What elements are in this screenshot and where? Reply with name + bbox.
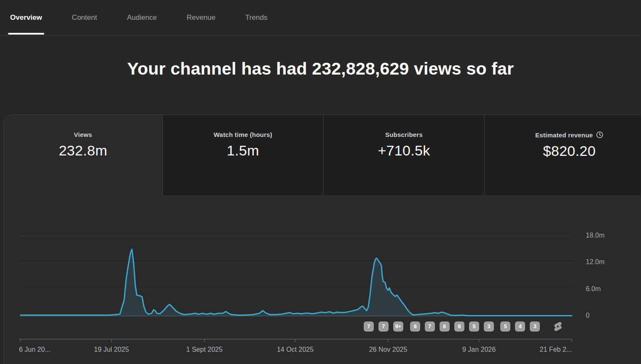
shorts-count-badge[interactable]: 3 [530,321,540,332]
tab-revenue-label: Revenue [187,13,215,22]
y-axis-label: 0 [586,312,590,319]
clock-icon[interactable] [596,131,603,139]
metric-revenue-value: $820.20 [543,143,595,159]
metric-card-estimated-revenue[interactable]: Estimated revenue $820.20 [484,115,641,195]
active-tab-underline [8,33,44,35]
tab-audience-label: Audience [127,13,157,22]
x-axis-label: 26 Nov 2025 [369,346,408,353]
metric-subscribers-value: +710.5k [378,142,430,159]
metric-card-watch-time[interactable]: Watch time (hours) 1.5m [162,115,323,195]
metric-cards-row: Views 232.8m Watch time (hours) 1.5m Sub… [4,115,641,195]
metric-views-value: 232.8m [59,142,107,159]
shorts-count-badge[interactable]: 5 [469,321,479,332]
tab-overview-label: Overview [10,13,42,22]
metric-views-label: Views [74,131,92,138]
tab-content[interactable]: Content [72,0,97,35]
views-area-fill [21,249,572,316]
shorts-count-badge[interactable]: 6 [440,321,450,332]
metric-card-subscribers[interactable]: Subscribers +710.5k [323,115,484,195]
y-axis-label: 18.0m [586,232,604,239]
shorts-count-badge[interactable]: 7 [378,321,389,332]
chart-plot[interactable] [19,228,574,358]
shorts-count-badge[interactable]: 9+ [393,321,403,332]
tab-trends-label: Trends [245,13,267,22]
shorts-count-badge[interactable]: 7 [364,321,374,332]
metric-revenue-label: Estimated revenue [535,131,593,139]
x-axis-label: 14 Oct 2025 [277,346,314,353]
tab-audience[interactable]: Audience [127,0,157,35]
shorts-count-badge[interactable]: 8 [454,321,464,332]
shorts-icon[interactable] [552,321,563,332]
tab-trends[interactable]: Trends [245,0,267,35]
analytics-tabbar: Overview Content Audience Revenue Trends [0,0,641,35]
metric-watch-time-label: Watch time (hours) [214,131,272,138]
shorts-count-badge[interactable]: 8 [410,321,420,332]
x-axis-label: 21 Feb 2... [540,346,572,353]
channel-views-headline: Your channel has had 232,828,629 views s… [0,59,641,79]
metric-watch-time-value: 1.5m [227,142,259,159]
tab-overview[interactable]: Overview [10,0,42,35]
x-axis-label: 1 Sept 2025 [186,346,223,353]
shorts-count-badge[interactable]: 7 [425,321,435,332]
x-axis-label: 6 Jun 20... [19,346,51,353]
views-line-chart[interactable]: 779+876853543 6 Jun 20...19 Jul 20251 Se… [19,228,574,358]
shorts-count-badge[interactable]: 3 [484,321,494,332]
x-axis-label: 19 Jul 2025 [94,346,129,353]
y-axis-label: 12.0m [586,258,604,266]
shorts-count-badge[interactable]: 4 [515,321,525,332]
analytics-overview-screen: Overview Content Audience Revenue Trends… [0,0,641,364]
x-axis-label: 9 Jan 2026 [462,346,496,353]
metric-subscribers-label: Subscribers [385,131,423,138]
shorts-count-badge[interactable]: 5 [500,321,510,332]
y-axis-label: 6.0m [586,285,601,293]
tab-content-label: Content [72,13,97,22]
metric-card-views[interactable]: Views 232.8m [4,115,162,195]
tab-revenue[interactable]: Revenue [187,0,215,35]
views-series-line[interactable] [21,249,572,316]
